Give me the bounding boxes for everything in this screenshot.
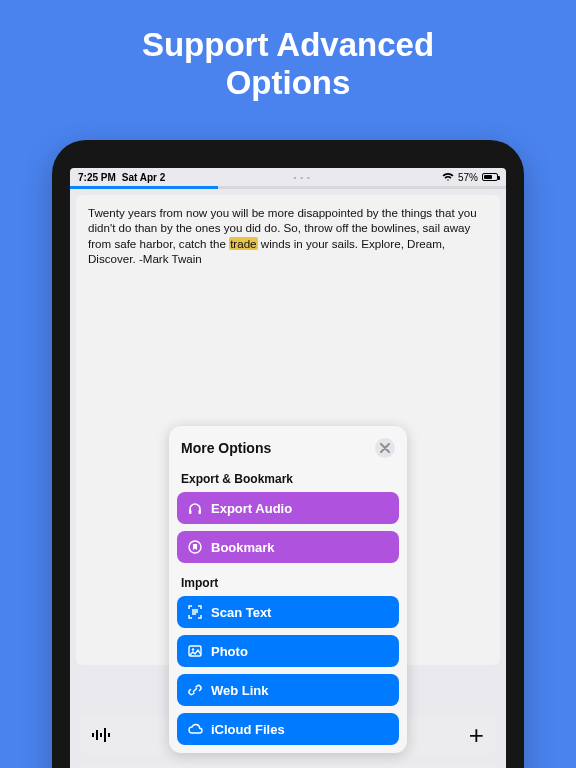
svg-rect-4 [108,733,110,737]
svg-point-10 [192,648,194,650]
web-link-label: Web Link [211,683,269,698]
section-title-export: Export & Bookmark [177,466,399,492]
battery-percent: 57% [458,172,478,183]
svg-rect-2 [100,733,102,737]
close-icon[interactable] [375,438,395,458]
export-audio-label: Export Audio [211,501,292,516]
export-audio-button[interactable]: Export Audio [177,492,399,524]
photo-icon [187,643,203,659]
ipad-frame: 7:25 PM Sat Apr 2 ••• 57% Twenty years f… [52,140,524,768]
svg-rect-7 [199,510,202,514]
svg-rect-3 [104,728,106,742]
web-link-button[interactable]: Web Link [177,674,399,706]
headline-line-2: Options [0,64,576,102]
bookmark-icon [187,539,203,555]
icloud-files-button[interactable]: iCloud Files [177,713,399,745]
svg-rect-6 [189,510,192,514]
highlighted-word: trade [229,237,257,250]
promo-headline: Support Advanced Options [0,0,576,102]
link-icon [187,682,203,698]
scan-text-button[interactable]: Scan Text [177,596,399,628]
status-date: Sat Apr 2 [122,172,166,183]
section-title-import: Import [177,570,399,596]
photo-button[interactable]: Photo [177,635,399,667]
cloud-icon [187,721,203,737]
read-progress-bar[interactable] [70,186,506,189]
toolbar-secondary [80,764,496,768]
status-time: 7:25 PM [78,172,116,183]
status-bar: 7:25 PM Sat Apr 2 ••• 57% [70,168,506,186]
photo-label: Photo [211,644,248,659]
multitask-dots-icon[interactable]: ••• [293,173,313,182]
bookmark-label: Bookmark [211,540,275,555]
battery-icon [482,173,498,181]
bookmark-button[interactable]: Bookmark [177,531,399,563]
svg-rect-1 [96,730,98,740]
more-options-popover: More Options Export & Bookmark Export Au… [169,426,407,753]
popover-title: More Options [181,440,271,456]
screen: 7:25 PM Sat Apr 2 ••• 57% Twenty years f… [70,168,506,768]
headline-line-1: Support Advanced [0,26,576,64]
scan-icon [187,604,203,620]
icloud-files-label: iCloud Files [211,722,285,737]
svg-rect-0 [92,733,94,737]
headphones-icon [187,500,203,516]
waveform-icon[interactable] [92,725,112,745]
wifi-icon [442,172,454,182]
scan-text-label: Scan Text [211,605,271,620]
